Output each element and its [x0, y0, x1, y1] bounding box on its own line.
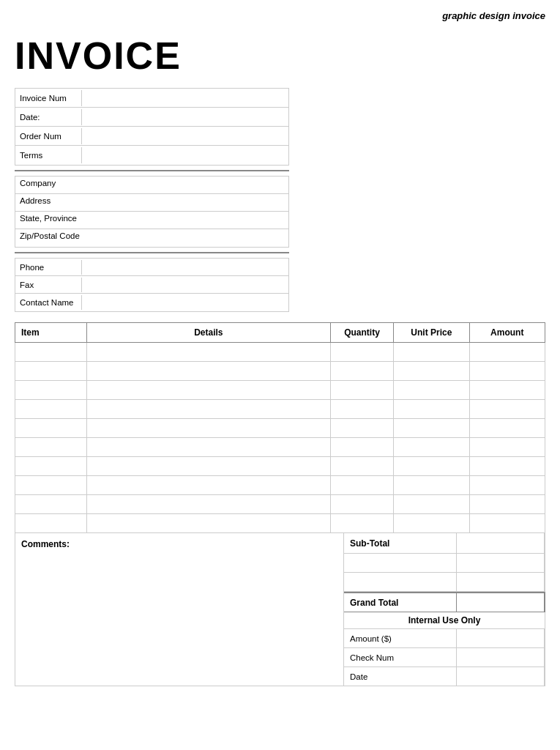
internal-date-value[interactable] [457, 667, 545, 686]
internal-row-amount: Amount ($) [344, 629, 545, 648]
check-num-value[interactable] [457, 648, 545, 667]
document-type-label: graphic design invoice [442, 10, 545, 21]
details-cell[interactable] [86, 438, 330, 457]
table-row [15, 343, 545, 362]
amount-dollar-value[interactable] [457, 629, 545, 647]
item-cell[interactable] [15, 476, 87, 495]
contact-section: Phone Fax Contact Name [15, 258, 289, 312]
phone-value[interactable] [81, 260, 288, 275]
qty-cell[interactable] [330, 476, 393, 495]
details-cell[interactable] [86, 476, 330, 495]
contact-name-value[interactable] [81, 295, 288, 310]
item-cell[interactable] [15, 343, 87, 362]
qty-cell[interactable] [330, 514, 393, 533]
amount-cell[interactable] [469, 495, 545, 514]
date-value[interactable] [81, 109, 288, 125]
order-num-value[interactable] [81, 128, 288, 144]
invoice-page: graphic design invoice INVOICE Invoice N… [0, 0, 560, 750]
amount-cell[interactable] [469, 362, 545, 381]
price-cell[interactable] [394, 419, 469, 438]
address-state: State, Province [15, 212, 288, 229]
item-cell[interactable] [15, 362, 87, 381]
subtotal-value[interactable] [457, 533, 545, 553]
col-header-item: Item [15, 323, 87, 343]
details-cell[interactable] [86, 362, 330, 381]
qty-cell[interactable] [330, 495, 393, 514]
internal-date-label: Date [344, 667, 457, 686]
amount-cell[interactable] [469, 476, 545, 495]
amount-cell[interactable] [469, 514, 545, 533]
table-row [15, 438, 545, 457]
phone-label: Phone [15, 261, 81, 274]
invoice-info-section: Invoice Num Date: Order Num Terms [15, 88, 289, 166]
col-header-details: Details [86, 323, 330, 343]
amount-dollar-label: Amount ($) [344, 629, 457, 647]
price-cell[interactable] [394, 495, 469, 514]
item-cell[interactable] [15, 438, 87, 457]
price-cell[interactable] [394, 400, 469, 419]
info-row-terms: Terms [15, 146, 288, 165]
info-row-order-num: Order Num [15, 127, 288, 146]
contact-row-phone: Phone [15, 259, 288, 276]
price-cell[interactable] [394, 438, 469, 457]
subtotal-row: Sub-Total [344, 533, 545, 554]
grand-total-value[interactable] [457, 593, 545, 612]
price-cell[interactable] [394, 362, 469, 381]
qty-cell[interactable] [330, 419, 393, 438]
details-cell[interactable] [86, 400, 330, 419]
details-cell[interactable] [86, 495, 330, 514]
details-cell[interactable] [86, 343, 330, 362]
details-cell[interactable] [86, 381, 330, 400]
amount-cell[interactable] [469, 457, 545, 476]
table-row [15, 514, 545, 533]
fax-value[interactable] [81, 278, 288, 292]
invoice-num-label: Invoice Num [15, 92, 81, 105]
price-cell[interactable] [394, 343, 469, 362]
item-cell[interactable] [15, 381, 87, 400]
amount-cell[interactable] [469, 438, 545, 457]
item-cell[interactable] [15, 400, 87, 419]
invoice-num-value[interactable] [81, 90, 288, 106]
order-num-label: Order Num [15, 130, 81, 143]
divider-1 [15, 170, 289, 171]
address-section: Company Address State, Province Zip/Post… [15, 176, 289, 248]
item-cell[interactable] [15, 419, 87, 438]
qty-cell[interactable] [330, 400, 393, 419]
price-cell[interactable] [394, 476, 469, 495]
invoice-table: Item Details Quantity Unit Price Amount [15, 322, 545, 533]
qty-cell[interactable] [330, 381, 393, 400]
grand-total-row: Grand Total [344, 592, 545, 612]
qty-cell[interactable] [330, 343, 393, 362]
amount-cell[interactable] [469, 419, 545, 438]
details-cell[interactable] [86, 514, 330, 533]
item-cell[interactable] [15, 495, 87, 514]
table-row [15, 457, 545, 476]
item-cell[interactable] [15, 457, 87, 476]
contact-name-label: Contact Name [15, 296, 81, 309]
comments-area[interactable]: Comments: [15, 533, 344, 686]
table-row [15, 495, 545, 514]
address-zip: Zip/Postal Code [15, 229, 288, 247]
divider-2 [15, 252, 289, 253]
qty-cell[interactable] [330, 362, 393, 381]
amount-cell[interactable] [469, 381, 545, 400]
amount-cell[interactable] [469, 400, 545, 419]
terms-label: Terms [15, 149, 81, 162]
details-cell[interactable] [86, 419, 330, 438]
terms-value[interactable] [81, 147, 288, 163]
table-header-row: Item Details Quantity Unit Price Amount [15, 323, 545, 343]
internal-use-header: Internal Use Only [344, 612, 545, 629]
info-row-invoice-num: Invoice Num [15, 89, 288, 108]
totals-section: Sub-Total Grand Total Internal Use Only [344, 533, 545, 686]
price-cell[interactable] [394, 457, 469, 476]
qty-cell[interactable] [330, 438, 393, 457]
details-cell[interactable] [86, 457, 330, 476]
address-company: Company [15, 177, 288, 194]
price-cell[interactable] [394, 381, 469, 400]
page-title: INVOICE [15, 37, 545, 75]
amount-cell[interactable] [469, 343, 545, 362]
bottom-section: Comments: Sub-Total Grand Total [15, 533, 545, 686]
qty-cell[interactable] [330, 457, 393, 476]
item-cell[interactable] [15, 514, 87, 533]
price-cell[interactable] [394, 514, 469, 533]
